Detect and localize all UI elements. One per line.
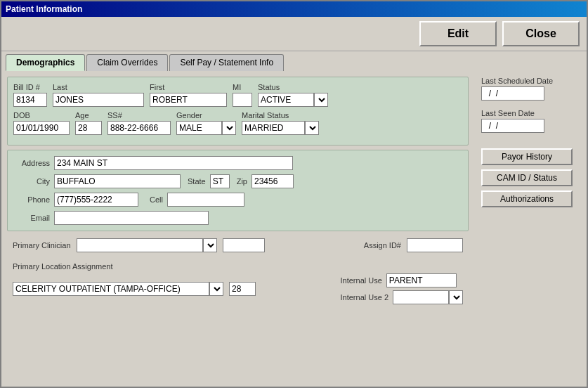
dob-input[interactable]	[13, 121, 70, 135]
cell-label: Cell	[150, 195, 163, 204]
address-input[interactable]	[54, 156, 293, 170]
toolbar: Edit Close	[1, 17, 587, 51]
left-panel: Bill ID # Last First MI	[1, 71, 474, 387]
phone-row: Phone Cell	[15, 193, 461, 207]
first-name-input[interactable]	[150, 93, 227, 107]
tab-bar: Demographics Claim Overrides Self Pay / …	[1, 51, 587, 71]
id-row-2: DOB Age SS# Gender	[13, 111, 462, 135]
age-label: Age	[75, 111, 102, 119]
right-panel: Last Scheduled Date Last Seen Date Payor…	[474, 71, 587, 387]
close-button[interactable]: Close	[502, 21, 580, 46]
last-name-group: Last	[53, 83, 144, 107]
gender-label: Gender	[176, 111, 236, 119]
primary-clinician-select[interactable]: ▼	[203, 238, 217, 252]
internal-use2-input[interactable]	[393, 290, 449, 304]
address-row: Address	[15, 156, 461, 170]
payor-history-button[interactable]: Payor History	[481, 148, 573, 165]
ss-label: SS#	[107, 111, 171, 119]
location-select[interactable]: ▼	[209, 282, 223, 296]
marital-input[interactable]	[242, 121, 305, 135]
title-bar: Patient Information	[1, 1, 587, 17]
last-scheduled-group: Last Scheduled Date	[481, 77, 580, 101]
status-group: Status ▼	[258, 83, 328, 107]
phone-input[interactable]	[54, 193, 138, 207]
last-seen-group: Last Seen Date	[481, 109, 580, 133]
first-label: First	[150, 83, 227, 91]
last-name-input[interactable]	[53, 93, 144, 107]
authorizations-button[interactable]: Authorizations	[481, 190, 573, 207]
last-seen-label: Last Seen Date	[481, 109, 580, 117]
assign-id-label: Assign ID#	[364, 241, 401, 250]
mi-label: MI	[233, 83, 252, 91]
city-input[interactable]	[54, 174, 181, 188]
marital-label: Marital Status	[242, 111, 319, 119]
marital-select[interactable]: ▼	[305, 121, 319, 135]
main-content: Bill ID # Last First MI	[1, 71, 587, 387]
internal-use-input[interactable]	[386, 273, 457, 287]
bill-id-input[interactable]	[13, 93, 47, 107]
patient-information-window: Patient Information Edit Close Demograph…	[0, 0, 588, 388]
tab-demographics[interactable]: Demographics	[6, 54, 85, 71]
location-section: Primary Location Assignment ▼ Internal U…	[7, 259, 469, 307]
assign-id-input[interactable]	[407, 238, 463, 252]
primary-location-label: Primary Location Assignment	[13, 262, 463, 271]
state-input[interactable]	[210, 174, 230, 188]
mi-group: MI	[233, 83, 252, 107]
state-label: State	[188, 177, 206, 186]
internal-use-label: Internal Use	[341, 276, 382, 285]
dob-label: DOB	[13, 111, 70, 119]
patient-id-section: Bill ID # Last First MI	[7, 77, 469, 146]
first-name-group: First	[150, 83, 227, 107]
primary-clinician-input[interactable]	[77, 238, 203, 252]
edit-button[interactable]: Edit	[419, 21, 497, 46]
clinician-id-input[interactable]	[223, 238, 265, 252]
dob-group: DOB	[13, 111, 70, 135]
marital-group: Marital Status ▼	[242, 111, 319, 135]
gender-group: Gender ▼	[176, 111, 236, 135]
internal-use-section: Internal Use Internal Use 2 ▼	[341, 273, 463, 304]
gender-input[interactable]	[176, 121, 222, 135]
address-section: Address City State Zip Phone Cell	[7, 150, 469, 231]
location-num-input[interactable]	[229, 282, 256, 296]
last-scheduled-input[interactable]	[481, 86, 544, 101]
phone-label: Phone	[15, 195, 50, 204]
clinician-row: Primary Clinician ▼ Assign ID#	[7, 235, 469, 255]
tab-claim-overrides[interactable]: Claim Overrides	[86, 54, 168, 71]
email-input[interactable]	[54, 211, 209, 225]
age-group: Age	[75, 111, 102, 135]
cell-input[interactable]	[167, 193, 244, 207]
internal-use2-label: Internal Use 2	[341, 293, 388, 302]
tab-self-pay[interactable]: Self Pay / Statement Info	[169, 54, 284, 71]
bill-id-group: Bill ID #	[13, 83, 47, 107]
status-input[interactable]	[258, 93, 314, 107]
location-input[interactable]	[13, 282, 209, 296]
last-label: Last	[53, 83, 144, 91]
age-input[interactable]	[75, 121, 102, 135]
status-select[interactable]: ▼	[314, 93, 328, 107]
email-row: Email	[15, 211, 461, 225]
ss-input[interactable]	[107, 121, 171, 135]
zip-input[interactable]	[251, 174, 294, 188]
zip-label: Zip	[237, 177, 247, 186]
id-row-1: Bill ID # Last First MI	[13, 83, 462, 107]
primary-clinician-label: Primary Clinician	[13, 241, 71, 250]
internal-use2-select[interactable]: ▼	[449, 290, 463, 304]
city-row: City State Zip	[15, 174, 461, 188]
city-label: City	[15, 177, 50, 186]
gender-select[interactable]: ▼	[222, 121, 236, 135]
bill-id-label: Bill ID #	[13, 83, 47, 91]
window-title: Patient Information	[6, 4, 82, 14]
internal-row-2: Internal Use 2 ▼	[341, 290, 463, 304]
cam-id-button[interactable]: CAM ID / Status	[481, 169, 573, 186]
internal-row-1: Internal Use	[341, 273, 463, 287]
address-label: Address	[15, 159, 50, 167]
status-label: Status	[258, 83, 328, 91]
last-seen-input[interactable]	[481, 119, 544, 133]
ss-group: SS#	[107, 111, 171, 135]
email-label: Email	[15, 214, 50, 222]
mi-input[interactable]	[233, 93, 252, 107]
last-scheduled-label: Last Scheduled Date	[481, 77, 580, 85]
